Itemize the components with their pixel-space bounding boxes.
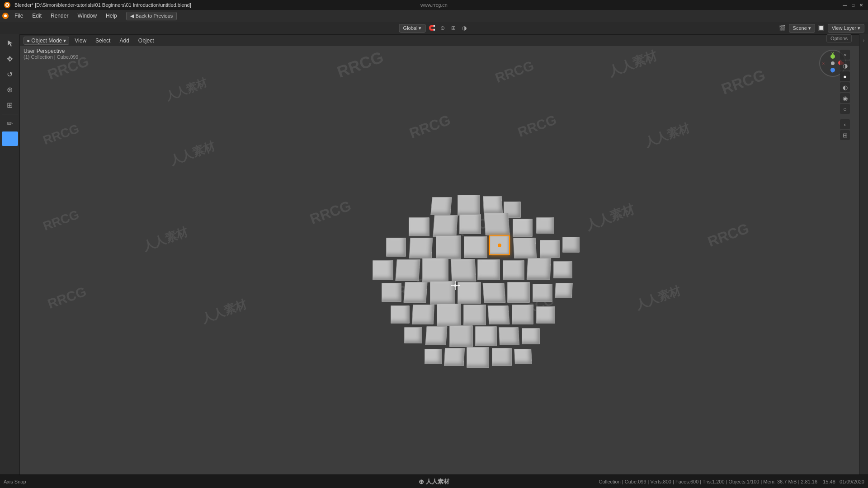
top-toolbar: Global ▾ 🧲 ⊙ ⊞ ◑ 🎬 Scene ▾ 🔲 View Layer … <box>0 22 868 34</box>
viewport-perspective-label: User Perspective <box>24 48 78 54</box>
z-axis-orb <box>830 68 835 72</box>
svg-point-2 <box>6 4 8 6</box>
shading-solid-icon[interactable]: ● <box>840 71 850 81</box>
x-neg-axis-label: -X <box>821 61 825 66</box>
brand-logo-icon: ⊕ <box>419 478 424 485</box>
view-layer-btn[interactable]: View Layer ▾ <box>828 24 864 33</box>
menu-bar: File Edit Render Window Help ◀ Back to P… <box>0 10 868 22</box>
header-add-menu[interactable]: Add <box>116 37 132 45</box>
status-center: ⊕ 人人素材 <box>419 478 449 486</box>
shading-rendered-icon[interactable]: ◐ <box>840 82 850 92</box>
render-engine-icon[interactable]: 🔲 <box>817 23 826 33</box>
header-select-menu[interactable]: Select <box>92 37 114 45</box>
title-text: Blender* [D:\Simon\blender-tutorials\01 … <box>14 2 191 8</box>
menu-render[interactable]: Render <box>47 12 72 20</box>
viewport-info: User Perspective (1) Collection | Cube.0… <box>24 48 78 60</box>
brand-name: 人人素材 <box>426 478 449 486</box>
mode-chevron-icon: ▾ <box>63 38 66 44</box>
viewport-collection-label: (1) Collection | Cube.099 <box>24 54 78 60</box>
view-layer-label: View Layer <box>832 25 856 31</box>
proportional-icon[interactable]: ⊙ <box>438 23 447 33</box>
global-label: Global <box>403 25 418 31</box>
left-sidebar: ✥ ↺ ⊕ ⊞ ✏ <box>0 34 20 474</box>
xray-mode-icon[interactable]: ◑ <box>840 61 850 70</box>
toolbar-right: 🎬 Scene ▾ 🔲 View Layer ▾ <box>778 23 864 33</box>
back-arrow-icon: ◀ <box>130 13 134 19</box>
minimize-button[interactable]: — <box>842 2 848 8</box>
date-label: 01/09/2020 <box>840 479 864 484</box>
select-tool-icon[interactable] <box>2 36 18 51</box>
scene-name-btn[interactable]: Scene ▾ <box>789 24 815 33</box>
status-right: Collection | Cube.099 | Verts:800 | Face… <box>434 479 864 484</box>
rotate-tool-icon[interactable]: ↺ <box>2 67 18 81</box>
menu-file[interactable]: File <box>11 12 27 20</box>
shading-wireframe-icon[interactable]: ○ <box>840 104 850 114</box>
shading-material-icon[interactable]: ◉ <box>840 93 850 103</box>
scene-selector-icon[interactable]: 🎬 <box>778 23 787 33</box>
close-button[interactable]: ✕ <box>858 2 864 8</box>
chevron-down-icon: ▾ <box>419 25 421 31</box>
time-label: 15:48 <box>823 479 835 484</box>
options-button[interactable]: Options <box>826 34 852 42</box>
transform-tool-icon[interactable]: ⊞ <box>2 98 18 112</box>
stats-label: Collection | Cube.099 | Verts:800 | Face… <box>599 479 817 484</box>
global-transform-btn[interactable]: Global ▾ <box>399 24 426 33</box>
blender-logo-icon <box>4 1 11 9</box>
back-to-previous-button[interactable]: ◀ Back to Previous <box>126 12 177 20</box>
scale-tool-icon[interactable]: ⊕ <box>2 82 18 97</box>
annotate-tool-icon[interactable]: ✏ <box>2 116 18 131</box>
viewport-right-toolbar: ⚬ ◑ ● ◐ ◉ ○ ‹ ⊞ <box>840 50 850 140</box>
mode-label: Object Mode <box>31 38 62 44</box>
menu-help[interactable]: Help <box>102 12 121 20</box>
header-object-menu[interactable]: Object <box>135 37 158 45</box>
scene-chevron-icon: ▾ <box>808 25 811 31</box>
svg-rect-6 <box>9 137 11 140</box>
gizmo-center <box>831 61 835 65</box>
svg-point-4 <box>4 14 7 17</box>
toolbar-center: Global ▾ 🧲 ⊙ ⊞ ◑ <box>399 23 469 33</box>
show-sidebar-icon[interactable]: ‹ <box>840 119 850 129</box>
watermark-top: www.rrcg.cn <box>420 2 448 8</box>
axis-snap-label: Axis Snap <box>4 479 26 484</box>
blender-menu-logo-icon[interactable] <box>2 12 9 19</box>
transform-icon[interactable]: ⊞ <box>449 23 458 33</box>
header-bar: ● Object Mode ▾ View Select Add Object <box>20 34 868 46</box>
viewport-overlay-icon[interactable]: ⚬ <box>840 50 850 60</box>
back-button-label: Back to Previous <box>136 13 173 19</box>
title-bar-left: Blender* [D:\Simon\blender-tutorials\01 … <box>4 1 191 9</box>
menu-edit[interactable]: Edit <box>28 12 45 20</box>
viewport-shading-icon[interactable]: ◑ <box>460 23 469 33</box>
move-tool-icon[interactable]: ✥ <box>2 52 18 66</box>
status-left: Axis Snap <box>4 479 434 484</box>
header-view-menu[interactable]: View <box>71 37 90 45</box>
window-controls: — □ ✕ <box>842 2 864 8</box>
snap-icon[interactable]: 🧲 <box>427 23 436 33</box>
properties-icon[interactable]: › <box>860 36 868 44</box>
scene-container <box>323 179 549 360</box>
layer-chevron-icon: ▾ <box>858 25 860 31</box>
3d-viewport[interactable]: User Perspective (1) Collection | Cube.0… <box>20 46 852 474</box>
y-axis-orb <box>830 54 835 59</box>
scene-name-label: Scene <box>793 25 807 31</box>
status-bar: Axis Snap ⊕ 人人素材 Collection | Cube.099 |… <box>0 474 868 488</box>
active-tool-icon[interactable] <box>2 131 18 146</box>
mode-icon: ● <box>27 38 30 44</box>
title-bar: Blender* [D:\Simon\blender-tutorials\01 … <box>0 0 868 10</box>
maximize-button[interactable]: □ <box>850 2 856 8</box>
object-mode-dropdown[interactable]: ● Object Mode ▾ <box>24 37 69 45</box>
menu-window[interactable]: Window <box>74 12 100 20</box>
view-options-icon[interactable]: ⊞ <box>840 130 850 140</box>
right-sidebar: › <box>859 34 868 474</box>
